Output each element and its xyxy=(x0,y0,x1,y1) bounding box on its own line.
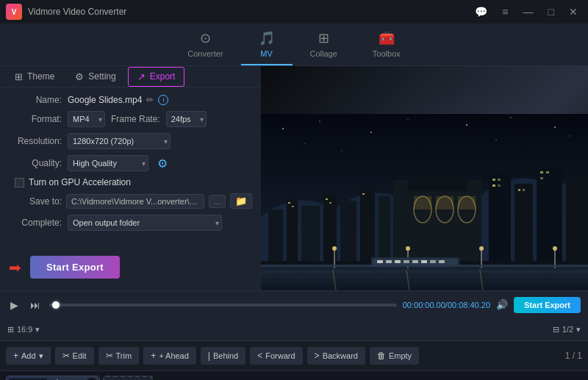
logo-text: V xyxy=(12,8,17,16)
svg-rect-65 xyxy=(395,260,401,263)
browse-dots-button[interactable]: ... xyxy=(209,195,226,208)
play-button[interactable]: ▶ xyxy=(7,298,21,312)
add-clip-button[interactable]: + xyxy=(103,376,153,380)
mv-icon: 🎵 xyxy=(259,30,275,46)
page-count: 1 / 1 xyxy=(565,351,582,361)
svg-rect-20 xyxy=(292,206,294,207)
svg-point-10 xyxy=(341,150,343,151)
backward-button[interactable]: > Backward xyxy=(307,347,365,365)
start-export-button-right[interactable]: Start Export xyxy=(514,297,581,313)
backward-icon: > xyxy=(315,351,320,361)
quality-settings-icon[interactable]: ⚙ xyxy=(157,157,168,171)
empty-icon: 🗑 xyxy=(377,351,386,361)
svg-point-6 xyxy=(510,117,512,118)
titlebar: V Vidmore Video Converter 💬 ≡ — □ ✕ xyxy=(0,0,588,24)
svg-rect-12 xyxy=(268,209,283,268)
player-controls: ▶ ⏭ 00:00:00.00/00:08:40.20 🔊 Start Expo… xyxy=(0,290,588,318)
svg-point-9 xyxy=(304,143,305,143)
tab-mv[interactable]: 🎵 MV xyxy=(241,24,293,65)
gpu-checkbox[interactable] xyxy=(15,178,24,187)
ratio-chevron: ▾ xyxy=(35,325,40,334)
split-selector[interactable]: ⊟ 1/2 ▾ xyxy=(553,325,581,334)
collage-icon: ⊞ xyxy=(318,30,329,46)
add-button[interactable]: + Add ▾ xyxy=(6,347,51,365)
behind-button[interactable]: | Behind xyxy=(201,347,245,365)
split-chevron: ▾ xyxy=(576,325,581,334)
resolution-label: Resolution: xyxy=(9,136,62,146)
svg-point-4 xyxy=(407,119,409,121)
edit-name-icon[interactable]: ✏ xyxy=(146,95,154,105)
svg-rect-35 xyxy=(566,176,588,276)
tab-collage-label: Collage xyxy=(310,49,337,58)
info-icon[interactable]: i xyxy=(158,95,168,105)
quality-select[interactable]: High Quality xyxy=(68,155,148,171)
titlebar-left: V Vidmore Video Converter xyxy=(6,4,126,20)
minimize-button[interactable]: — xyxy=(519,4,538,19)
tab-toolbox-label: Toolbox xyxy=(373,49,401,58)
city-scene xyxy=(261,114,588,290)
subtab-theme[interactable]: ⊞ Theme xyxy=(6,68,63,86)
theme-icon: ⊞ xyxy=(15,71,23,82)
time-current: 00:00:00.00 xyxy=(403,301,445,309)
svg-rect-19 xyxy=(288,202,290,204)
name-row: Name: Google Slides.mp4 ✏ i xyxy=(9,95,252,105)
volume-icon[interactable]: 🔊 xyxy=(496,299,508,310)
app-title: Vidmore Video Converter xyxy=(28,7,126,17)
format-row: Format: MP4 Frame Rate: 24fps xyxy=(9,111,252,127)
menu-button[interactable]: ≡ xyxy=(498,4,512,19)
timeline-bar: + Add ▾ ✂ Edit ✂ Trim + + Ahead | Behind… xyxy=(0,340,588,371)
tab-toolbox[interactable]: 🧰 Toolbox xyxy=(355,24,418,65)
left-panel: ⊞ Theme ⚙ Setting ↗ Export Name: Google … xyxy=(0,66,261,290)
svg-point-8 xyxy=(569,135,570,136)
split-icon: ⊟ xyxy=(553,325,559,334)
forward-button[interactable]: < Forward xyxy=(250,347,302,365)
resolution-select[interactable]: 1280x720 (720p) xyxy=(68,133,171,149)
svg-rect-68 xyxy=(421,260,427,263)
tab-collage[interactable]: ⊞ Collage xyxy=(293,24,355,65)
empty-button[interactable]: 🗑 Empty xyxy=(370,347,419,365)
svg-rect-30 xyxy=(436,196,453,209)
svg-rect-29 xyxy=(414,196,431,209)
gpu-row: Turn on GPU Acceleration xyxy=(9,177,252,187)
frame-rate-label: Frame Rate: xyxy=(111,114,160,124)
svg-point-1 xyxy=(282,128,284,129)
tab-converter[interactable]: ⊙ Converter xyxy=(170,24,240,65)
name-value: Google Slides.mp4 xyxy=(68,95,142,105)
toolbox-icon: 🧰 xyxy=(379,30,395,46)
complete-label: Complete: xyxy=(9,218,62,228)
close-button[interactable]: ✕ xyxy=(564,4,582,19)
svg-point-49 xyxy=(406,246,410,251)
svg-rect-25 xyxy=(408,176,467,191)
edit-button[interactable]: ✂ Edit xyxy=(55,347,94,365)
player-section: ▶ ⏭ 00:00:00.00/00:08:40.20 🔊 Start Expo… xyxy=(0,290,588,340)
complete-select[interactable]: Open output folder xyxy=(68,215,222,231)
browse-folder-button[interactable]: 📁 xyxy=(230,193,252,209)
svg-point-7 xyxy=(554,126,556,128)
chat-button[interactable]: 💬 xyxy=(470,4,492,19)
ahead-button[interactable]: + + Ahead xyxy=(143,347,196,365)
trim-button[interactable]: ✂ Trim xyxy=(98,347,140,365)
time-display: 00:00:00.00/00:08:40.20 xyxy=(403,301,490,309)
ratio-value: 16:9 xyxy=(17,325,32,334)
subtab-export-label: Export xyxy=(150,71,176,82)
start-export-button-left[interactable]: Start Export xyxy=(30,256,120,279)
progress-bar[interactable] xyxy=(49,304,397,306)
format-select[interactable]: MP4 xyxy=(68,111,105,127)
forward-label: Forward xyxy=(265,351,295,360)
svg-rect-13 xyxy=(287,198,298,268)
maximize-button[interactable]: □ xyxy=(544,4,559,19)
split-value: 1/2 xyxy=(562,325,573,334)
backward-label: Backward xyxy=(323,351,358,360)
video-preview-panel xyxy=(261,66,588,290)
svg-rect-17 xyxy=(360,187,375,268)
frame-rate-select[interactable]: 24fps xyxy=(166,111,207,127)
format-label: Format: xyxy=(9,114,62,124)
export-form: Name: Google Slides.mp4 ✏ i Format: MP4 … xyxy=(0,87,261,238)
titlebar-controls: 💬 ≡ — □ ✕ xyxy=(470,4,582,19)
ratio-selector[interactable]: ⊞ 16:9 ▾ xyxy=(7,325,40,334)
next-frame-button[interactable]: ⏭ xyxy=(27,298,43,312)
subtab-setting[interactable]: ⚙ Setting xyxy=(66,68,124,86)
subtab-export[interactable]: ↗ Export xyxy=(128,67,185,87)
add-label: Add xyxy=(21,351,36,360)
film-clip-1: ✕ ⊡ 00:08:40 ▶ ♪ ⚙ ✂ xyxy=(6,376,100,380)
